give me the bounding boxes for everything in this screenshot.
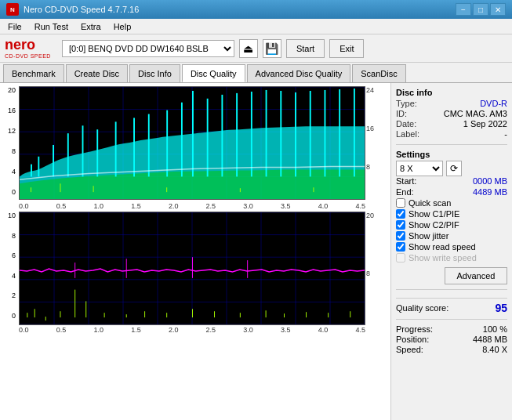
minimize-button[interactable]: − bbox=[456, 3, 471, 16]
bottom-y-left-1: 8 bbox=[3, 232, 16, 240]
svg-rect-24 bbox=[148, 114, 150, 177]
bottom-chart bbox=[19, 212, 365, 325]
svg-rect-32 bbox=[266, 90, 267, 176]
top-y-left-4: 4 bbox=[3, 168, 16, 176]
svg-rect-18 bbox=[53, 145, 54, 176]
svg-rect-44 bbox=[313, 187, 314, 192]
tab-disc-quality[interactable]: Disc Quality bbox=[182, 64, 245, 82]
show-c2-pif-checkbox[interactable] bbox=[396, 220, 405, 230]
end-value: 4489 MB bbox=[473, 187, 507, 197]
top-y-right-4: 8 bbox=[366, 163, 387, 171]
show-jitter-checkbox[interactable] bbox=[396, 231, 405, 241]
menu-run-test[interactable]: Run Test bbox=[30, 21, 73, 32]
show-write-speed-checkbox[interactable] bbox=[396, 253, 405, 262]
exit-button[interactable]: Exit bbox=[329, 39, 364, 58]
svg-rect-26 bbox=[181, 103, 183, 177]
maximize-button[interactable]: □ bbox=[473, 3, 488, 16]
advanced-button[interactable]: Advanced bbox=[445, 267, 507, 284]
svg-rect-41 bbox=[93, 186, 94, 192]
speed-row-progress: Speed: 8.40 X bbox=[396, 345, 507, 354]
svg-rect-61 bbox=[27, 313, 27, 317]
tab-scan-disc[interactable]: ScanDisc bbox=[352, 64, 405, 82]
speed-label: Speed: bbox=[396, 345, 423, 354]
svg-rect-20 bbox=[82, 125, 84, 176]
show-read-speed-checkbox[interactable] bbox=[396, 242, 405, 252]
tab-advanced-disc-quality[interactable]: Advanced Disc Quality bbox=[247, 64, 351, 82]
svg-rect-28 bbox=[207, 99, 209, 177]
svg-rect-82 bbox=[247, 260, 248, 278]
tab-create-disc[interactable]: Create Disc bbox=[66, 64, 128, 82]
tabs: Benchmark Create Disc Disc Info Disc Qua… bbox=[0, 63, 512, 83]
quality-score-value: 95 bbox=[495, 302, 507, 314]
svg-rect-43 bbox=[240, 188, 241, 192]
show-jitter-row: Show jitter bbox=[396, 231, 507, 241]
svg-rect-62 bbox=[34, 309, 35, 317]
svg-rect-30 bbox=[236, 93, 238, 177]
svg-rect-29 bbox=[221, 95, 223, 177]
svg-rect-70 bbox=[166, 313, 167, 317]
toolbar: nero CD-DVD SPEED [0:0] BENQ DVD DD DW16… bbox=[0, 34, 512, 63]
menu-help[interactable]: Help bbox=[109, 21, 136, 32]
top-y-right-0: 24 bbox=[366, 86, 387, 94]
svg-rect-16 bbox=[31, 165, 32, 177]
svg-rect-22 bbox=[115, 121, 117, 176]
quick-scan-checkbox[interactable] bbox=[396, 198, 405, 208]
svg-rect-21 bbox=[96, 129, 98, 176]
refresh-button[interactable]: ⟳ bbox=[446, 161, 462, 176]
show-c1-pie-checkbox[interactable] bbox=[396, 209, 405, 219]
top-y-left-1: 16 bbox=[3, 107, 16, 114]
svg-rect-78 bbox=[350, 311, 350, 317]
disc-date-row: Date: 1 Sep 2022 bbox=[396, 119, 507, 129]
show-write-speed-label: Show write speed bbox=[409, 253, 477, 262]
disc-type-row: Type: DVD-R bbox=[396, 99, 507, 108]
svg-rect-25 bbox=[166, 110, 168, 177]
svg-rect-38 bbox=[354, 89, 355, 176]
svg-rect-81 bbox=[192, 257, 193, 278]
speed-dropdown[interactable]: 8 X bbox=[396, 161, 443, 176]
id-value: CMC MAG. AM3 bbox=[444, 109, 507, 118]
menu-bar: File Run Test Extra Help bbox=[0, 19, 512, 34]
svg-rect-68 bbox=[126, 314, 127, 317]
svg-rect-23 bbox=[133, 118, 135, 176]
speed-value: 8.40 X bbox=[482, 345, 507, 354]
svg-rect-72 bbox=[214, 311, 215, 317]
svg-rect-75 bbox=[284, 313, 285, 317]
top-y-left-3: 8 bbox=[3, 147, 16, 155]
save-button[interactable]: 💾 bbox=[263, 39, 281, 58]
nero-logo-text: nero bbox=[5, 38, 35, 53]
end-row: End: 4489 MB bbox=[396, 187, 507, 197]
show-c2-pif-row: Show C2/PIF bbox=[396, 220, 507, 230]
svg-rect-17 bbox=[38, 157, 39, 177]
bottom-y-left-5: 0 bbox=[3, 312, 16, 320]
start-button[interactable]: Start bbox=[286, 39, 325, 58]
svg-rect-42 bbox=[166, 187, 167, 192]
top-x-labels: 0.0 0.5 1.0 1.5 2.0 2.5 3.0 3.5 4.0 4.5 bbox=[19, 201, 365, 210]
svg-rect-39 bbox=[31, 187, 31, 192]
menu-extra[interactable]: Extra bbox=[76, 21, 106, 32]
svg-rect-34 bbox=[295, 92, 296, 176]
progress-label: Progress: bbox=[396, 324, 433, 334]
bottom-y-left-2: 6 bbox=[3, 252, 16, 259]
progress-section: Progress: 100 % Position: 4488 MB Speed:… bbox=[396, 324, 507, 355]
window-controls: − □ ✕ bbox=[456, 3, 506, 16]
speed-row: 8 X ⟳ bbox=[396, 161, 507, 176]
svg-rect-19 bbox=[67, 133, 69, 176]
start-value: 0000 MB bbox=[473, 176, 507, 186]
tab-disc-info[interactable]: Disc Info bbox=[129, 64, 180, 82]
menu-file[interactable]: File bbox=[3, 21, 27, 32]
show-c1-pie-label: Show C1/PIE bbox=[409, 209, 459, 219]
top-y-left-5: 0 bbox=[3, 188, 16, 196]
top-y-left-0: 20 bbox=[3, 86, 16, 94]
bottom-y-right-1: 8 bbox=[366, 270, 387, 277]
tab-benchmark[interactable]: Benchmark bbox=[3, 64, 64, 82]
drive-dropdown[interactable]: [0:0] BENQ DVD DD DW1640 BSLB bbox=[62, 40, 234, 57]
svg-rect-33 bbox=[280, 91, 281, 176]
eject-button[interactable]: ⏏ bbox=[239, 39, 258, 58]
top-y-right-2: 16 bbox=[366, 125, 387, 132]
app-icon: N bbox=[6, 3, 19, 16]
nero-logo: nero CD-DVD SPEED bbox=[5, 38, 51, 59]
close-button[interactable]: ✕ bbox=[490, 3, 506, 16]
id-label: ID: bbox=[396, 109, 407, 118]
settings-label: Settings bbox=[396, 150, 507, 159]
svg-rect-31 bbox=[251, 92, 252, 176]
